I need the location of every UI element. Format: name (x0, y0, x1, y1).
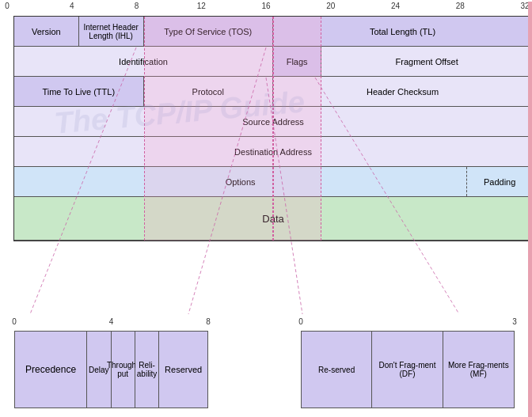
right-decorative-bar (528, 2, 532, 417)
flags-ruler: 0 3 (301, 317, 515, 330)
cell-ttl: Time To Live (TTL) (14, 77, 144, 106)
flags-ruler-0: 0 (298, 317, 303, 326)
main-container: 0 4 8 12 16 20 24 28 32 The TCP/IP Guide… (0, 2, 532, 417)
ruler-12: 12 (197, 2, 206, 10)
row-1: Version Internet Header Length (IHL) Typ… (14, 17, 532, 47)
tos-cell-reliability: Reli-ability (135, 332, 159, 408)
row-4: Source Address (14, 107, 532, 137)
tos-cell-precedence: Precedence (15, 332, 87, 408)
cell-version: Version (14, 17, 79, 46)
flags-cell-reserved: Re-served (302, 332, 372, 408)
tos-ruler-4: 4 (109, 317, 114, 326)
flags-detail-panel: 0 3 Re-served Don't Frag-ment (DF) More … (301, 317, 515, 411)
cell-protocol: Protocol (144, 77, 274, 106)
ruler-16: 16 (261, 2, 270, 10)
row-7: Data (14, 197, 532, 241)
flags-ruler-3: 3 (512, 317, 517, 326)
cell-source-address: Source Address (14, 107, 532, 136)
tos-ruler: 0 4 8 (14, 317, 208, 330)
tos-detail-panel: 0 4 8 Precedence Delay Through-put Reli-… (14, 317, 208, 411)
row-3: Time To Live (TTL) Protocol Header Check… (14, 77, 532, 107)
cell-options: Options (14, 167, 467, 196)
ruler-8: 8 (135, 2, 139, 10)
flags-panel-cells: Re-served Don't Frag-ment (DF) More Frag… (301, 331, 515, 408)
cell-identification: Identification (14, 47, 273, 76)
row-5: Destination Address (14, 137, 532, 167)
cell-flags: Flags (273, 47, 321, 76)
cell-fragment-offset: Fragment Offset (321, 47, 532, 76)
cell-tos: Type Of Service (TOS) (144, 17, 274, 46)
cell-padding: Padding (467, 167, 532, 196)
ruler-0: 0 (5, 2, 10, 10)
ruler-4: 4 (70, 2, 74, 10)
tos-cell-throughput: Through-put (112, 332, 135, 408)
tos-ruler-0: 0 (12, 317, 17, 326)
ruler-24: 24 (391, 2, 400, 10)
row-6: Options Padding (14, 167, 532, 197)
ruler-20: 20 (326, 2, 335, 10)
flags-cell-mf: More Frag-ments (MF) (443, 332, 514, 408)
cell-destination-address: Destination Address (14, 137, 532, 166)
cell-data: Data (14, 197, 532, 240)
tos-cell-reserved: Reserved (159, 332, 207, 408)
ruler-28: 28 (456, 2, 465, 10)
row-2: Identification Flags Fragment Offset (14, 47, 532, 77)
tos-panel-cells: Precedence Delay Through-put Reli-abilit… (14, 331, 208, 408)
top-ruler: 0 4 8 12 16 20 24 28 32 (7, 2, 525, 16)
tos-ruler-8: 8 (206, 317, 211, 326)
bottom-panels: 0 4 8 Precedence Delay Through-put Reli-… (0, 313, 532, 415)
cell-total-length: Total Length (TL) (273, 17, 532, 46)
cell-ihl: Internet Header Length (IHL) (79, 17, 144, 46)
flags-cell-df: Don't Frag-ment (DF) (372, 332, 443, 408)
cell-header-checksum: Header Checksum (273, 77, 532, 106)
ip-header-diagram: The TCP/IP Guide Version Internet Header… (13, 16, 532, 241)
